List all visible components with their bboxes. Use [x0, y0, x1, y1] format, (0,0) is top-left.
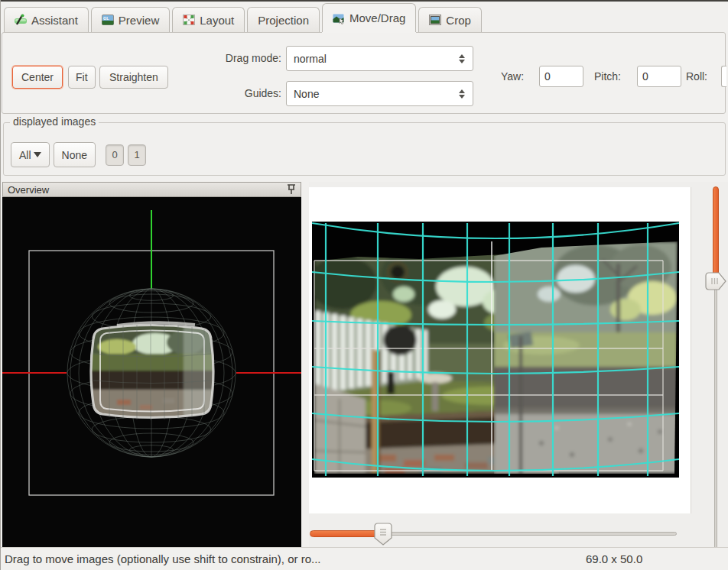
yaw-input[interactable]: [539, 66, 583, 87]
no-images-button[interactable]: None: [54, 142, 96, 167]
tab-label: Assistant: [31, 14, 78, 27]
panorama-image: [312, 222, 679, 478]
vertical-slider-fill: [713, 186, 719, 277]
tab-assistant[interactable]: Assistant: [4, 7, 89, 32]
image-toggle-1[interactable]: 1: [128, 144, 146, 166]
straighten-button[interactable]: Straighten: [99, 66, 168, 89]
pitch-input[interactable]: [637, 66, 681, 87]
image-toggle-0[interactable]: 0: [106, 144, 124, 166]
crop-icon: [429, 14, 441, 26]
overview-3d-canvas[interactable]: [2, 197, 301, 547]
guides-value: None: [294, 88, 319, 100]
vertical-slider[interactable]: [703, 186, 728, 570]
center-button[interactable]: Center: [12, 66, 63, 89]
horizontal-slider-fill: [310, 530, 383, 537]
sphere-texture-patch: [89, 322, 216, 421]
tab-label: Preview: [119, 14, 159, 27]
svg-text:GL: GL: [103, 16, 109, 21]
window-top-edge: [1, 0, 728, 2]
drag-mode-value: normal: [294, 53, 327, 65]
drag-mode-label: Drag mode:: [203, 52, 281, 64]
fit-button[interactable]: Fit: [68, 66, 96, 89]
overview-title: Overview: [8, 184, 49, 196]
movedrag-toolbar: Center Fit Straighten Drag mode: normal …: [2, 32, 726, 114]
yaw-label: Yaw:: [501, 70, 524, 83]
assistant-icon: [15, 14, 27, 26]
horizontal-slider[interactable]: [310, 522, 684, 548]
tab-label: Projection: [258, 14, 309, 27]
tab-label: Move/Drag: [349, 11, 405, 24]
spinner-arrows-icon: [459, 47, 465, 70]
pin-icon[interactable]: [287, 184, 296, 195]
roll-input[interactable]: [721, 66, 726, 87]
roll-label: Roll:: [686, 70, 707, 83]
layout-icon: [183, 14, 195, 26]
preview-canvas[interactable]: [309, 187, 691, 513]
pitch-label: Pitch:: [594, 70, 621, 83]
preview-pane: [309, 182, 728, 547]
tab-label: Layout: [200, 14, 234, 27]
tab-crop[interactable]: Crop: [418, 7, 482, 32]
displayed-images-group: displayed images All None 0 1: [3, 122, 726, 176]
tab-move-drag[interactable]: Move/Drag: [322, 3, 416, 32]
all-images-button[interactable]: All: [11, 142, 50, 167]
dropdown-arrow-icon: [34, 152, 41, 157]
overview-pane-header: Overview: [2, 182, 301, 197]
guides-select[interactable]: None: [286, 81, 473, 106]
preview-tabbar: Assistant GL Preview: [4, 3, 484, 32]
group-title: displayed images: [10, 115, 99, 128]
status-bar: Drag to move images (optionally use shif…: [1, 547, 728, 570]
vertical-slider-handle[interactable]: [704, 272, 727, 290]
spinner-arrows-icon: [459, 82, 465, 105]
tab-projection[interactable]: Projection: [247, 7, 320, 32]
photo-right: [494, 241, 678, 474]
canvas-dimensions: 69.0 x 50.0: [586, 552, 642, 565]
tab-preview[interactable]: GL Preview: [91, 7, 170, 32]
status-message: Drag to move images (optionally use shif…: [5, 552, 321, 565]
guides-label: Guides:: [203, 87, 281, 99]
displayed-images-buttons: All None 0 1: [11, 142, 146, 167]
move-drag-icon: [333, 12, 345, 24]
hugin-fast-preview-window: Assistant GL Preview: [0, 0, 728, 570]
tab-layout[interactable]: Layout: [172, 7, 245, 32]
preview-icon: GL: [102, 14, 114, 26]
drag-mode-select[interactable]: normal: [286, 46, 473, 71]
tab-label: Crop: [446, 14, 471, 27]
horizontal-slider-handle[interactable]: [374, 523, 392, 546]
